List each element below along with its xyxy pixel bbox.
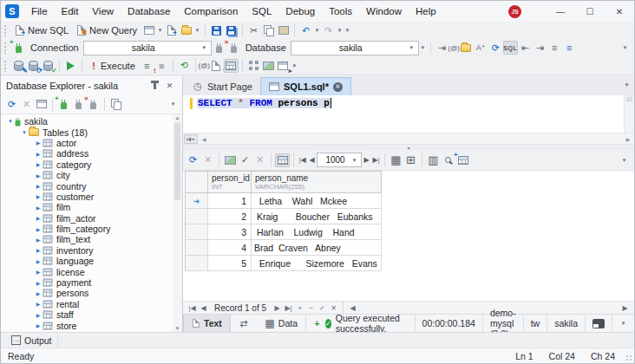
open-template-icon[interactable] — [459, 41, 474, 55]
database-check-icon[interactable]: ✓ — [41, 59, 56, 73]
splitter-grip[interactable] — [626, 97, 632, 101]
tree-item-table[interactable]: ▶ film_text — [1, 234, 182, 244]
tree-item-table[interactable]: ▶ inventory — [1, 245, 182, 256]
explorer-options-icon[interactable]: ▾ — [169, 101, 177, 107]
tab-sql1[interactable]: SQL1.sql* ✕ — [260, 77, 351, 95]
scroll-left-icon[interactable]: ◀ — [198, 136, 210, 142]
scroll-right-icon[interactable]: ▶ — [622, 136, 634, 142]
chevron-right-icon[interactable]: ▶ — [34, 215, 43, 221]
connection-select-caret-icon[interactable]: ▾ — [200, 44, 208, 51]
refresh-explorer-icon[interactable]: ⟳ — [4, 97, 19, 111]
person-id-cell[interactable]: 1 — [208, 193, 252, 209]
pin-panel-icon[interactable] — [147, 79, 162, 93]
stop-fetch-icon[interactable]: ✕ — [200, 153, 215, 167]
apply-changes-icon[interactable]: ✓ — [238, 153, 252, 167]
tree-item-table[interactable]: ▶ rental — [1, 299, 182, 309]
chevron-right-icon[interactable]: ▶ — [34, 280, 43, 286]
tree-item-table[interactable]: ▶ staff — [1, 309, 182, 320]
char-indicator[interactable]: Ch 24 — [591, 351, 615, 361]
table-options-icon[interactable]: + — [455, 153, 470, 167]
row-selector-cell[interactable] — [186, 240, 208, 256]
person-name-cell[interactable]: Enrique Sizemore Evans — [252, 256, 382, 271]
row-selector-cell[interactable] — [186, 224, 208, 240]
database-sync-icon[interactable]: ⟳ — [26, 59, 41, 73]
new-document-icon[interactable] — [141, 23, 156, 37]
cut-icon[interactable]: ✂ — [246, 23, 261, 37]
table-row[interactable]: 4 Brad Craven Abney — [186, 240, 382, 256]
chevron-down-icon[interactable]: ▼ — [6, 119, 15, 124]
sql-code-line[interactable]: SELECT * FROM persons p — [197, 98, 331, 108]
duplicate-object-icon[interactable] — [108, 97, 123, 111]
column-header-person-id[interactable]: person_id INT — [208, 172, 252, 193]
new-connection-icon[interactable]: + — [11, 41, 26, 55]
export-results-icon[interactable]: ↑ — [209, 59, 224, 73]
undo-dropdown-icon[interactable]: ▾ — [313, 27, 321, 34]
chevron-right-icon[interactable]: ▶ — [34, 247, 43, 253]
database-name[interactable]: sakila — [547, 315, 585, 332]
person-name-cell[interactable]: Kraig Boucher Eubanks — [252, 209, 382, 224]
table-row[interactable]: ➜ 1 Letha Wahl Mckee — [186, 193, 382, 209]
menu-item[interactable]: Tools — [322, 3, 359, 20]
chevron-right-icon[interactable]: ▶ — [34, 269, 43, 275]
cancel-changes-icon[interactable]: ✕ — [252, 153, 267, 167]
menu-item[interactable]: Edit — [55, 3, 86, 20]
person-name-cell[interactable]: Letha Wahl Mckee — [252, 193, 382, 209]
resize-grip[interactable] — [625, 354, 632, 361]
tree-item-table[interactable]: ▶ payment — [1, 277, 182, 288]
next-record-icon[interactable]: ▶ — [272, 304, 283, 312]
outdent-icon[interactable]: ⇤ — [518, 41, 533, 55]
tree-item-table[interactable]: ▶ actor — [1, 138, 182, 148]
tree-item-tables-folder[interactable]: ▼ Tables (18) — [1, 127, 182, 137]
database-select[interactable]: sakila ▾ — [291, 41, 419, 55]
tree-item-table[interactable]: ▶ film_actor — [1, 213, 182, 224]
uncomment-icon[interactable]: ≡ — [562, 41, 577, 55]
tree-item-table[interactable]: ▶ customer — [1, 192, 182, 202]
database-edit-icon[interactable]: ✎ — [11, 59, 26, 73]
column-header-person-name[interactable]: person_name VARCHAR(255) — [252, 172, 382, 193]
paste-icon[interactable] — [276, 23, 291, 37]
toolbar-grip[interactable] — [3, 24, 8, 36]
chevron-right-icon[interactable]: ▶ — [34, 151, 43, 157]
column-indicator[interactable]: Col 24 — [549, 351, 575, 361]
chevron-right-icon[interactable]: ▶ — [34, 290, 43, 296]
menu-item[interactable]: SQL — [245, 3, 278, 20]
first-record-icon[interactable]: |◀ — [187, 304, 198, 312]
results-options-icon[interactable]: ▾ — [620, 157, 628, 164]
database-options-icon[interactable]: ▾ — [419, 44, 427, 51]
card-view-icon[interactable]: ⊞ — [403, 153, 418, 167]
new-sql-button[interactable]: + New SQL — [11, 23, 73, 38]
chart-designer-icon[interactable] — [261, 59, 276, 73]
indent-icon[interactable]: ⇥ — [533, 41, 547, 55]
plus-icon[interactable]: + — [313, 316, 321, 330]
open-file-icon[interactable] — [179, 23, 193, 37]
user-avatar[interactable]: JS — [508, 5, 521, 18]
scrollbar-thumb[interactable] — [174, 122, 180, 200]
tree-item-table[interactable]: ▶ persons — [1, 288, 182, 298]
menu-item[interactable]: Database — [121, 3, 177, 20]
query-history-icon[interactable]: ⟲ — [177, 59, 192, 73]
tree-item-connection[interactable]: ▼ sakila — [1, 116, 182, 127]
export-data-icon[interactable] — [223, 153, 238, 167]
run-icon[interactable] — [63, 59, 78, 73]
person-name-cell[interactable]: Harlan Ludwig Hand — [252, 224, 382, 240]
menu-item[interactable]: Comparison — [177, 3, 245, 20]
new-file-icon[interactable]: + — [164, 23, 179, 37]
save-all-icon[interactable] — [224, 23, 239, 37]
scroll-down-icon[interactable]: ▼ — [175, 326, 180, 331]
bar-options[interactable]: ▾ — [612, 315, 634, 332]
row-selector-cell[interactable]: ➜ — [186, 193, 208, 209]
close-tab-icon[interactable]: ✕ — [333, 82, 343, 92]
tree-item-table[interactable]: ▶ store — [1, 320, 182, 330]
sync-window-icon[interactable] — [34, 97, 49, 111]
save-icon[interactable] — [209, 23, 224, 37]
pagination-mode-icon[interactable] — [275, 153, 290, 167]
last-record-icon[interactable]: ▶| — [283, 304, 294, 312]
tab-data[interactable]: ▦ Data — [257, 315, 305, 332]
connection-select[interactable]: sakila ▾ — [83, 41, 212, 55]
redo-icon[interactable]: ↷ — [321, 23, 336, 37]
chevron-right-icon[interactable]: ▶ — [34, 172, 43, 179]
redo-dropdown-icon[interactable]: ▾ — [336, 27, 344, 34]
results-grid-toggle-icon[interactable] — [224, 59, 239, 73]
chevron-right-icon[interactable]: ▶ — [34, 161, 43, 167]
tree-item-table[interactable]: ▶ language — [1, 256, 182, 266]
